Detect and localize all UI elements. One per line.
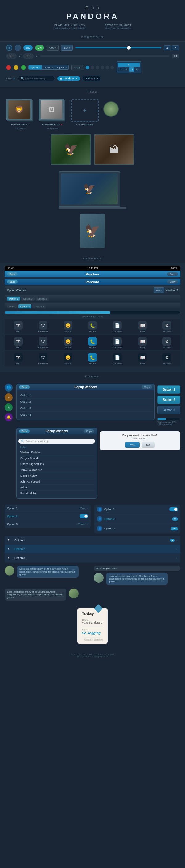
globe-icon-btn[interactable]: 🌐 <box>5 383 13 392</box>
no-button[interactable]: No <box>142 442 155 448</box>
controls-label: CONTROLS <box>0 33 185 41</box>
list-item-2[interactable]: Option 2 <box>19 399 153 405</box>
icon-protection-1[interactable]: 🛡 Protection <box>38 321 48 333</box>
settings-row-3[interactable]: Option 3 Three › <box>5 521 91 528</box>
tab-opt1[interactable]: Option 1 <box>7 297 20 301</box>
tab-opt2[interactable]: Option 2 <box>21 297 34 301</box>
icon-protection-2[interactable]: 🛡 Protection <box>38 337 48 348</box>
nav-copy-1[interactable]: Copy <box>167 272 178 276</box>
icon-options-1[interactable]: ⚙ Options <box>162 321 171 333</box>
icon-book-1[interactable]: 📖 Book <box>138 321 147 333</box>
large-photo-1[interactable]: 🦅 <box>51 134 91 165</box>
icon-map-3[interactable]: 🗺 Map <box>14 353 23 365</box>
back-btn-3[interactable]: Back <box>154 287 165 293</box>
contact-4[interactable]: Tanya Yakovenko <box>19 467 95 473</box>
delete-icon[interactable]: ✕ <box>60 123 63 126</box>
icon-bugfix-3[interactable]: 🐛 Bug Fix <box>88 353 97 365</box>
list-item-1[interactable]: Option 1 <box>19 392 153 399</box>
button-2[interactable]: Button 2 <box>157 396 180 404</box>
contact-8[interactable]: Patrick Miller <box>19 491 95 496</box>
contact-5[interactable]: Dmitriy Kotov <box>19 473 95 479</box>
copy-btn-1[interactable]: Copy <box>47 45 59 51</box>
separator-dot2: ● <box>36 55 38 58</box>
star-icon-btn[interactable]: ★ <box>5 403 13 411</box>
icon-doc-1[interactable]: 📄 Document <box>113 321 122 333</box>
settings-row-4[interactable]: 👤 Option 1 <box>94 505 180 514</box>
bell-icon-btn[interactable]: 🔔 <box>5 413 13 421</box>
settings-row-6[interactable]: 👤 Option 3 334 <box>94 524 180 533</box>
book-label: Book <box>140 330 145 333</box>
icon-bugfix-1[interactable]: 🐛 Bug Fix <box>88 321 97 333</box>
add-album-btn[interactable]: + <box>71 99 99 122</box>
contact-3[interactable]: Oxana Nigmatulina <box>19 461 95 467</box>
settings-row-1[interactable]: Option 1 One › <box>5 505 91 512</box>
toggle-on-btn[interactable]: ON <box>24 45 33 51</box>
expand-label-1: Option 1 <box>14 538 170 542</box>
icon-smile-1[interactable]: 😊 Smile <box>64 321 72 333</box>
popup-search-bar[interactable]: 🔍 Search something <box>19 439 95 444</box>
seg-opt1[interactable]: Option 1 <box>29 65 42 69</box>
popup-1-copy[interactable]: Copy <box>142 385 152 389</box>
tab-select-3[interactable]: Option 3 <box>33 304 45 308</box>
arr-down-btn[interactable]: ▼ <box>172 45 179 50</box>
toggle-off-1[interactable]: OFF <box>6 53 17 59</box>
expand-item-3[interactable]: ▾ Option 3 › <box>5 554 180 563</box>
tab-opt3[interactable]: Option 3 <box>36 297 49 301</box>
icon-book-3[interactable]: 📖 Book <box>138 353 147 365</box>
search-bar[interactable]: 🔍 Search something <box>18 76 55 81</box>
toggle-off-2[interactable]: OFF <box>23 53 34 59</box>
confirm-btns: Yes No <box>102 442 178 448</box>
icon-bugfix-2[interactable]: 🐛 Bug Fix <box>88 337 97 348</box>
settings-row-5[interactable]: 👤 Option 2 36 <box>94 514 180 524</box>
yes-button[interactable]: Yes <box>125 442 140 448</box>
large-photo-2[interactable]: 🏔 <box>94 134 134 165</box>
button-1[interactable]: Button 1 <box>157 385 180 394</box>
icon-options-3[interactable]: ⚙ Options <box>162 353 171 365</box>
popup-1-back[interactable]: Back <box>19 385 30 389</box>
icon-map-2[interactable]: 🗺 Map <box>14 337 23 348</box>
toggle-on-setting-2[interactable] <box>169 507 178 512</box>
badge-36: 36 <box>172 517 178 521</box>
option-dropdown[interactable]: Option 1 ▾ <box>83 76 100 81</box>
list-item-4[interactable]: Option 4 <box>19 412 153 418</box>
pandora-badge[interactable]: ◉ Pandora ✕ <box>57 76 80 81</box>
tab-select-1[interactable]: select <box>7 304 17 308</box>
nav-copy-2[interactable]: Copy <box>167 280 178 284</box>
chat-text-2: Laos, alongside many of its Southeast As… <box>106 573 168 585</box>
expand-item-1[interactable]: ▾ Option 1 ● › <box>5 536 180 545</box>
arr-up-btn[interactable]: ▲ <box>164 45 171 50</box>
nav-back-2[interactable]: Back <box>7 280 18 284</box>
contact-6[interactable]: John Appleseed <box>19 479 95 485</box>
slider-track[interactable] <box>75 47 161 49</box>
seg-opt2[interactable]: Option 2 <box>42 65 55 69</box>
toggle-on2-btn[interactable]: ON <box>35 45 44 51</box>
confirm-dialog: Do you want to close this? Small text he… <box>100 431 180 450</box>
icon-doc-3[interactable]: 📄 Document <box>113 353 122 365</box>
album-2[interactable]: 🖼 Photo Album #2 ✕ 200 photos <box>38 99 66 129</box>
icon-book-2[interactable]: 📖 Book <box>138 337 147 348</box>
back-btn-1[interactable]: Back <box>61 45 73 51</box>
icon-protection-3[interactable]: 🛡 Protection <box>38 353 48 365</box>
contact-2[interactable]: Sergey Shmidt <box>19 456 95 461</box>
icon-doc-2[interactable]: 📄 Document <box>113 337 122 348</box>
icon-smile-2[interactable]: 😊 Smile <box>64 337 72 348</box>
nav-back-1[interactable]: Back <box>7 272 18 276</box>
contact-7[interactable]: Adrian <box>19 485 95 491</box>
icon-smile-3[interactable]: 😊 Smile <box>64 353 72 365</box>
copy-btn-2[interactable]: Copy <box>71 65 83 70</box>
album-1[interactable]: 🦁 Photo Album #1 200 photos <box>6 99 34 129</box>
list-item-3[interactable]: Option 3 <box>19 405 153 412</box>
icon-options-2[interactable]: ⚙ Options <box>162 337 171 348</box>
toggle-on-setting[interactable] <box>80 514 88 518</box>
add-album[interactable]: + Add New Album <box>71 99 99 126</box>
settings-row-2[interactable]: Option 2 <box>5 512 91 521</box>
icon-map-1[interactable]: 🗺 Map <box>14 321 23 333</box>
contact-1[interactable]: Vladimir Kudinov <box>19 450 95 456</box>
seg-opt3[interactable]: Option 3 <box>56 65 68 69</box>
expand-item-2[interactable]: ▾ Option 2 › <box>5 545 180 554</box>
popup-2-copy[interactable]: Copy <box>84 429 94 433</box>
heart-icon-btn[interactable]: ♥ <box>5 394 13 402</box>
button-3[interactable]: Button 3 <box>157 406 180 414</box>
popup-2-back[interactable]: Back <box>19 429 30 433</box>
tab-select-2[interactable]: Option 2 <box>19 304 31 308</box>
